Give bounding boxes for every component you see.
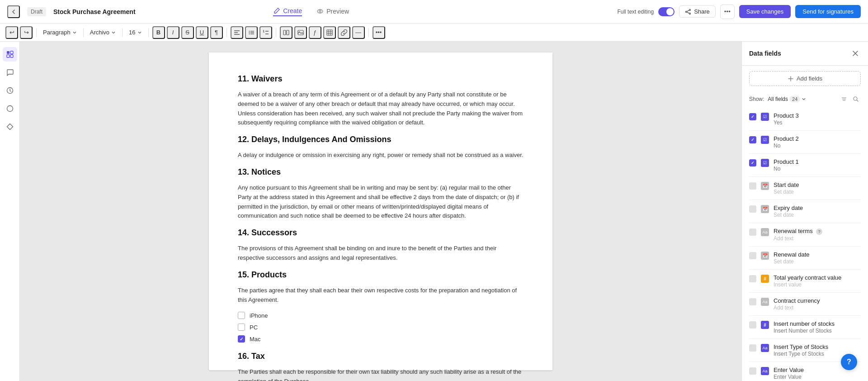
field-renewaldate-info: Renewal date Set date <box>774 251 861 265</box>
bold-button[interactable]: B <box>152 26 165 39</box>
strikethrough-button[interactable]: S <box>181 26 194 39</box>
checkbox-mac-box[interactable] <box>238 335 245 343</box>
field-renewaldate[interactable]: 📅 Renewal date Set date <box>742 248 868 268</box>
field-product1-checkbox[interactable] <box>749 159 756 167</box>
toolbar-separator-6 <box>276 28 276 37</box>
image-button[interactable] <box>294 26 307 39</box>
field-startdate[interactable]: 📅 Start date Set date <box>742 178 868 199</box>
field-totalyearly-info: Total yearly contract value Insert value <box>774 274 861 288</box>
field-product2-value: No <box>774 143 861 149</box>
field-startdate-checkbox[interactable] <box>749 182 756 190</box>
field-product2-checkbox[interactable] <box>749 136 756 143</box>
data-fields-sidebar-btn[interactable] <box>3 47 17 62</box>
pilcrow-button[interactable]: ¶ <box>210 26 223 39</box>
field-currency[interactable]: Aa Contract currency Add text <box>742 294 868 314</box>
field-product3-checkbox[interactable] <box>749 113 756 120</box>
field-product2-type-icon: ☑ <box>761 136 769 144</box>
search-icon <box>853 96 859 102</box>
table-icon <box>326 29 333 36</box>
chevron-down-icon <box>72 30 77 35</box>
send-signatures-button[interactable]: Send for signatures <box>795 5 861 18</box>
field-divider-8 <box>749 292 861 293</box>
table-button[interactable] <box>323 26 336 39</box>
undo-button[interactable]: ↩ <box>5 26 18 39</box>
activity-icon <box>6 105 14 113</box>
toolbar-separator-2 <box>83 28 84 37</box>
filter-value-dropdown[interactable]: All fields 24 <box>768 96 806 102</box>
field-divider-7 <box>749 269 861 270</box>
checkbox-iphone[interactable]: iPhone <box>238 312 524 319</box>
field-renewalterms[interactable]: Aa Renewal terms ? Add text <box>742 224 868 245</box>
field-product3[interactable]: ☑ Product 3 Yes <box>742 109 868 129</box>
nav-tabs: Create Preview <box>273 7 349 16</box>
full-text-toggle[interactable] <box>658 7 675 16</box>
fields-list: ☑ Product 3 Yes ☑ Product 2 No <box>742 109 868 381</box>
filter-count-badge: 24 <box>789 96 800 102</box>
field-product2[interactable]: ☑ Product 2 No <box>742 132 868 152</box>
font-family-dropdown[interactable]: Archivo <box>87 28 118 37</box>
back-button[interactable] <box>7 5 20 18</box>
section-14-para-1: The provisions of this Agreement shall b… <box>238 244 524 263</box>
field-totalyearly-checkbox[interactable] <box>749 275 756 282</box>
toolbar-separator-3 <box>122 28 123 37</box>
history-sidebar-btn[interactable] <box>3 83 17 98</box>
svg-point-1 <box>319 10 321 12</box>
checkbox-pc-box[interactable] <box>238 324 245 331</box>
field-numstocks-value: Insert Number of Stocks <box>774 328 861 334</box>
field-renewalterms-type-icon: Aa <box>761 228 769 236</box>
filter-sort-button[interactable] <box>839 94 849 104</box>
panel-title: Data fields <box>749 50 781 57</box>
shapes-sidebar-btn[interactable] <box>3 119 17 134</box>
help-button[interactable]: ? <box>841 354 857 370</box>
share-button[interactable]: Share <box>679 5 716 18</box>
svg-point-0 <box>317 10 323 13</box>
activity-sidebar-btn[interactable] <box>3 101 17 116</box>
tab-create[interactable]: Create <box>273 7 302 16</box>
tab-preview[interactable]: Preview <box>316 8 349 16</box>
align-button[interactable] <box>231 26 243 39</box>
field-renewaldate-checkbox[interactable] <box>749 252 756 259</box>
field-renewalterms-checkbox[interactable] <box>749 229 756 236</box>
link-button[interactable] <box>338 26 350 39</box>
field-entervalue-checkbox[interactable] <box>749 367 756 375</box>
more-tools-button[interactable]: ••• <box>373 26 385 39</box>
field-expirydate[interactable]: 📅 Expiry date Set date <box>742 201 868 222</box>
field-totalyearly[interactable]: # Total yearly contract value Insert val… <box>742 271 868 291</box>
checkbox-mac-label: Mac <box>250 336 261 343</box>
checkbox-pc[interactable]: PC <box>238 324 524 331</box>
field-typestocks-checkbox[interactable] <box>749 344 756 352</box>
field-numstocks-checkbox[interactable] <box>749 321 756 329</box>
svg-point-5 <box>249 31 250 32</box>
quote-button[interactable] <box>280 26 292 39</box>
checkbox-mac[interactable]: Mac <box>238 335 524 343</box>
formula-button[interactable]: ƒ <box>309 26 321 39</box>
italic-button[interactable]: I <box>167 26 179 39</box>
clock-icon <box>6 86 14 95</box>
paragraph-style-dropdown[interactable]: Paragraph <box>40 28 80 37</box>
comments-sidebar-btn[interactable] <box>3 65 17 80</box>
save-changes-button[interactable]: Save changes <box>739 5 791 18</box>
field-divider-9 <box>749 315 861 316</box>
more-options-button[interactable]: ••• <box>720 5 735 19</box>
font-size-dropdown[interactable]: 16 <box>126 28 144 37</box>
checkbox-iphone-box[interactable] <box>238 312 245 319</box>
field-divider-10 <box>749 338 861 339</box>
section-16-title: 16. Tax <box>238 352 524 361</box>
add-fields-button[interactable]: Add fields <box>749 71 861 86</box>
panel-close-button[interactable] <box>850 48 861 59</box>
field-numstocks[interactable]: # Insert number of stocks Insert Number … <box>742 317 868 338</box>
field-product1-type-icon: ☑ <box>761 159 769 167</box>
underline-button[interactable]: U <box>196 26 208 39</box>
hr-button[interactable]: — <box>352 26 365 39</box>
filter-search-button[interactable] <box>851 94 861 104</box>
field-product1[interactable]: ☑ Product 1 No <box>742 155 868 176</box>
redo-button[interactable]: ↪ <box>20 26 33 39</box>
checkbox-pc-label: PC <box>250 324 258 331</box>
field-expirydate-checkbox[interactable] <box>749 205 756 213</box>
field-currency-checkbox[interactable] <box>749 298 756 305</box>
fields-icon <box>6 50 14 58</box>
ordered-list-button[interactable] <box>259 26 272 39</box>
field-startdate-value: Set date <box>774 189 861 195</box>
section-11-title: 11. Waivers <box>238 74 524 84</box>
bullet-list-button[interactable] <box>245 26 258 39</box>
